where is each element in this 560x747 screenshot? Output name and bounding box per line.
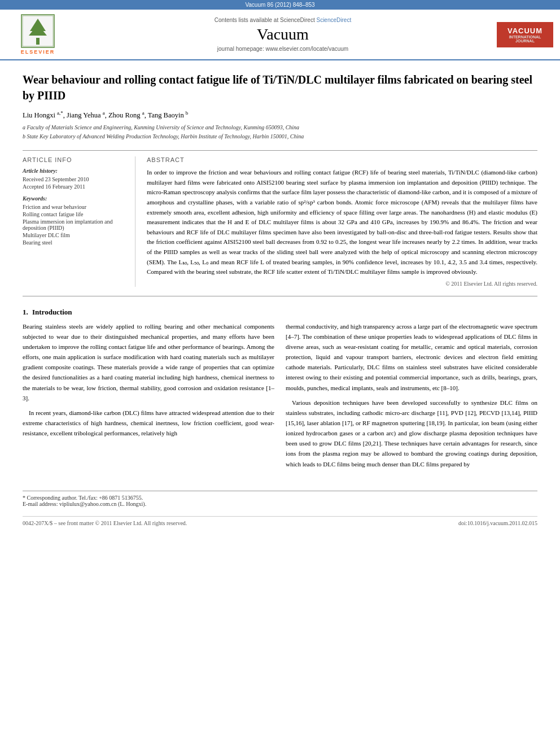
- body-two-col: Bearing stainless steels are widely appl…: [23, 321, 537, 474]
- article-info-col: ARTICLE INFO Article history: Received 2…: [23, 156, 135, 287]
- body-right-col: thermal conductivity, and high transpare…: [286, 321, 537, 474]
- sciencedirect-link[interactable]: ScienceDirect: [316, 17, 351, 23]
- abstract-col: ABSTRACT In order to improve the frictio…: [147, 156, 537, 287]
- svg-rect-1: [36, 38, 40, 45]
- elsevier-logo-area: ELSEVIER: [7, 14, 69, 55]
- footer-bar: 0042-207X/$ – see front matter © 2011 El…: [23, 516, 537, 526]
- abstract-label: ABSTRACT: [147, 156, 537, 163]
- section-title: 1. Introduction: [23, 308, 537, 317]
- accepted-date: Accepted 16 February 2011: [23, 184, 126, 190]
- keyword-1: Friction and wear behaviour: [23, 204, 126, 210]
- main-content: Wear behaviour and rolling contact fatig…: [0, 60, 560, 538]
- authors-line: Liu Hongxi a,*, Jiang Yehua a, Zhou Rong…: [23, 110, 537, 120]
- keyword-2: Rolling contact fatigue life: [23, 211, 126, 217]
- journal-homepage: journal homepage: www.elsevier.com/locat…: [69, 46, 497, 52]
- elsevier-tree-icon: [21, 14, 55, 48]
- section-number: 1.: [23, 308, 28, 316]
- journal-name: Vacuum: [69, 25, 497, 43]
- abstract-text: In order to improve the friction and wea…: [147, 168, 537, 277]
- history-label: Article history:: [23, 168, 126, 174]
- copyright-text: © 2011 Elsevier Ltd. All rights reserved…: [147, 281, 537, 287]
- email-note: E-mail address: vipliulux@yahoo.com.cn (…: [23, 501, 537, 507]
- vacuum-logo-area: VACUUM INTERNATIONAL JOURNAL: [497, 22, 553, 47]
- article-title: Wear behaviour and rolling contact fatig…: [23, 72, 537, 103]
- affiliation-a: a Faculty of Materials Science and Engin…: [23, 123, 537, 132]
- elsevier-label: ELSEVIER: [21, 49, 55, 55]
- info-abstract-section: ARTICLE INFO Article history: Received 2…: [23, 156, 537, 287]
- body-left-col: Bearing stainless steels are widely appl…: [23, 321, 274, 474]
- keyword-5: Bearing steel: [23, 239, 126, 246]
- journal-header: ELSEVIER Contents lists available at Sci…: [0, 10, 560, 60]
- body-para-4: Various deposition techniques have been …: [286, 397, 537, 469]
- elsevier-logo: ELSEVIER: [7, 14, 69, 55]
- introduction-section: 1. Introduction Bearing stainless steels…: [23, 308, 537, 474]
- article-info-label: ARTICLE INFO: [23, 156, 126, 163]
- authors-text: Liu Hongxi a,*, Jiang Yehua a, Zhou Rong…: [23, 111, 188, 119]
- section-heading: Introduction: [32, 308, 72, 316]
- corresponding-author-note: * Corresponding author. Tel./fax: +86 08…: [23, 495, 537, 501]
- journal-title-area: Contents lists available at ScienceDirec…: [69, 17, 497, 52]
- keywords-label: Keywords:: [23, 195, 126, 202]
- divider-bottom: [23, 296, 537, 296]
- affiliations: a Faculty of Materials Science and Engin…: [23, 123, 537, 141]
- keyword-3: Plasma immersion ion implantation and de…: [23, 219, 126, 231]
- body-para-2: In recent years, diamond-like carbon (DL…: [23, 408, 274, 438]
- doi-text: doi:10.1016/j.vacuum.2011.02.015: [458, 520, 537, 526]
- journal-issue-ref: Vacuum 86 (2012) 848–853: [245, 2, 314, 8]
- keyword-4: Multilayer DLC film: [23, 232, 126, 238]
- footnote-area: * Corresponding author. Tel./fax: +86 08…: [23, 491, 537, 507]
- issn-text: 0042-207X/$ – see front matter © 2011 El…: [23, 520, 187, 526]
- vacuum-logo: VACUUM INTERNATIONAL JOURNAL: [497, 22, 553, 47]
- top-bar: Vacuum 86 (2012) 848–853: [0, 0, 560, 10]
- received-date: Received 23 September 2010: [23, 176, 126, 182]
- affiliation-b: b State Key Laboratory of Advanced Weldi…: [23, 132, 537, 141]
- divider-top: [23, 150, 537, 151]
- sciencedirect-ref: Contents lists available at ScienceDirec…: [69, 17, 497, 23]
- body-para-3: thermal conductivity, and high transpare…: [286, 321, 537, 393]
- body-para-1: Bearing stainless steels are widely appl…: [23, 321, 274, 403]
